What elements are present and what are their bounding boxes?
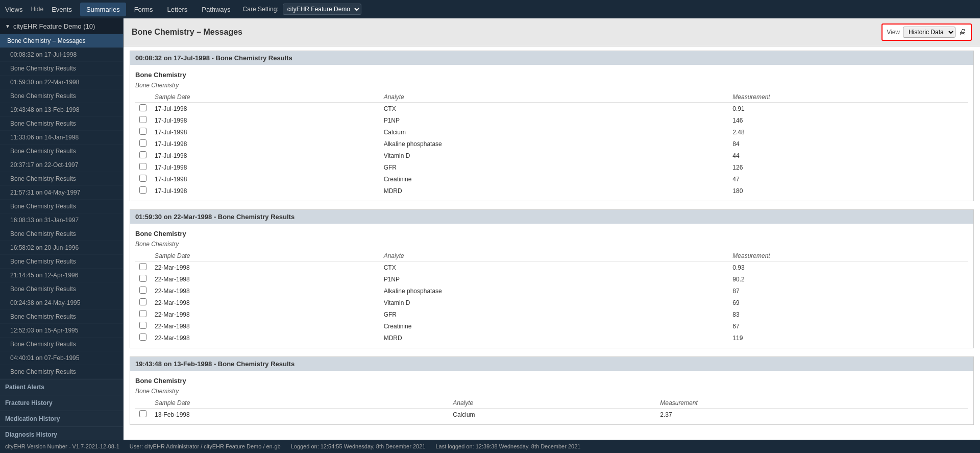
row-checkbox-1-5[interactable] — [135, 320, 151, 332]
row-checkbox-1-4[interactable] — [135, 308, 151, 320]
result-table-3: Sample Date Analyte Measurement 13-Feb-1… — [135, 398, 968, 420]
result-section-2: 01:59:30 on 22-Mar-1998 - Bone Chemistry… — [130, 209, 974, 348]
row-date-0-0: 17-Jul-1998 — [151, 103, 380, 115]
care-setting-select[interactable]: cityEHR Feature Demo — [283, 4, 361, 15]
table-row: 17-Jul-1998 Calcium 2.48 — [135, 126, 968, 138]
result-section-header-2: 01:59:30 on 22-Mar-1998 - Bone Chemistry… — [130, 210, 973, 224]
result-section-1: 00:08:32 on 17-Jul-1998 - Bone Chemistry… — [130, 51, 974, 201]
sidebar-item-time-8[interactable]: 16:58:02 on 20-Jun-1996 — [0, 241, 123, 255]
sidebar-item-bc-results-12[interactable]: Bone Chemistry Results — [0, 365, 123, 379]
nav-item-summaries[interactable]: Summaries — [80, 3, 126, 16]
col-header-analyte-1: Analyte — [380, 92, 729, 103]
col-header-analyte-3: Analyte — [449, 398, 656, 409]
row-measurement-0-6: 47 — [728, 173, 968, 185]
sidebar-category-diagnosis-history[interactable]: Diagnosis History — [0, 426, 123, 440]
result-body-3: Bone Chemistry Bone Chemistry Sample Dat… — [130, 371, 973, 424]
sidebar-item-bc-results-8[interactable]: Bone Chemistry Results — [0, 255, 123, 269]
sidebar-category-fracture-history[interactable]: Fracture History — [0, 395, 123, 411]
row-checkbox-0-6[interactable] — [135, 173, 151, 185]
sidebar-category-patient-alerts[interactable]: Patient Alerts — [0, 379, 123, 395]
row-date-0-6: 17-Jul-1998 — [151, 173, 380, 185]
user-label: User: cityEHR Administrator / cityEHR Fe… — [130, 443, 281, 449]
row-checkbox-0-2[interactable] — [135, 126, 151, 138]
sidebar-item-time-4[interactable]: 11:33:06 on 14-Jan-1998 — [0, 131, 123, 145]
hide-button[interactable]: Hide — [31, 6, 43, 13]
row-date-0-1: 17-Jul-1998 — [151, 114, 380, 126]
row-checkbox-2-0[interactable] — [135, 409, 151, 421]
col-header-cb-2 — [135, 251, 151, 261]
row-checkbox-1-3[interactable] — [135, 297, 151, 308]
row-analyte-0-7: MDRD — [380, 185, 729, 197]
table-row: 22-Mar-1998 MDRD 119 — [135, 332, 968, 344]
sidebar-item-bc-results-10[interactable]: Bone Chemistry Results — [0, 310, 123, 324]
col-header-cb-3 — [135, 398, 151, 409]
table-row: 17-Jul-1998 MDRD 180 — [135, 185, 968, 197]
row-checkbox-0-7[interactable] — [135, 185, 151, 197]
sidebar-item-time-12[interactable]: 04:40:01 on 07-Feb-1995 — [0, 351, 123, 365]
row-date-1-0: 22-Mar-1998 — [151, 261, 380, 274]
result-category-1: Bone Chemistry — [135, 69, 968, 81]
row-checkbox-1-0[interactable] — [135, 261, 151, 274]
row-date-1-3: 22-Mar-1998 — [151, 297, 380, 308]
sidebar-item-bc-results-1[interactable]: Bone Chemistry Results — [0, 62, 123, 76]
nav-item-forms[interactable]: Forms — [128, 3, 159, 16]
col-header-measurement-3: Measurement — [656, 398, 968, 409]
sidebar-item-time-3[interactable]: 19:43:48 on 13-Feb-1998 — [0, 103, 123, 117]
row-measurement-0-1: 146 — [728, 114, 968, 126]
row-analyte-0-2: Calcium — [380, 126, 729, 138]
row-analyte-1-6: MDRD — [380, 332, 729, 344]
sidebar-item-bone-chemistry-messages[interactable]: Bone Chemistry – Messages — [0, 34, 123, 48]
last-logged-label: Last logged on: 12:39:38 Wednesday, 8th … — [435, 443, 580, 449]
row-measurement-0-5: 126 — [728, 161, 968, 173]
sidebar-item-bc-results-9[interactable]: Bone Chemistry Results — [0, 282, 123, 296]
nav-item-letters[interactable]: Letters — [161, 3, 193, 16]
sidebar-category-medication-history[interactable]: Medication History — [0, 411, 123, 426]
sidebar-item-time-5[interactable]: 20:37:17 on 22-Oct-1997 — [0, 158, 123, 172]
row-checkbox-1-1[interactable] — [135, 273, 151, 285]
version-label: cityEHR Version Number - V1.7-2021-12-08… — [5, 443, 119, 449]
row-checkbox-1-2[interactable] — [135, 285, 151, 297]
row-date-1-4: 22-Mar-1998 — [151, 308, 380, 320]
sidebar-item-bc-results-2[interactable]: Bone Chemistry Results — [0, 89, 123, 103]
result-table-1: Sample Date Analyte Measurement 17-Jul-1… — [135, 92, 968, 197]
result-table-2: Sample Date Analyte Measurement 22-Mar-1… — [135, 251, 968, 344]
sidebar-item-bc-results-6[interactable]: Bone Chemistry Results — [0, 200, 123, 213]
sidebar-item-time-1[interactable]: 00:08:32 on 17-Jul-1998 — [0, 48, 123, 62]
row-analyte-1-2: Alkaline phosphatase — [380, 285, 729, 297]
sidebar-item-time-6[interactable]: 21:57:31 on 04-May-1997 — [0, 186, 123, 200]
row-checkbox-0-0[interactable] — [135, 103, 151, 115]
sidebar-item-bc-results-7[interactable]: Bone Chemistry Results — [0, 227, 123, 241]
sidebar-item-time-7[interactable]: 16:08:33 on 31-Jan-1997 — [0, 213, 123, 227]
sidebar-item-bc-results-11[interactable]: Bone Chemistry Results — [0, 338, 123, 351]
row-measurement-0-0: 0.91 — [728, 103, 968, 115]
row-measurement-0-7: 180 — [728, 185, 968, 197]
nav-item-events[interactable]: Events — [45, 3, 78, 16]
row-analyte-0-4: Vitamin D — [380, 150, 729, 161]
chevron-down-icon: ▼ — [5, 23, 10, 29]
row-analyte-0-3: Alkaline phosphatase — [380, 138, 729, 150]
row-checkbox-1-6[interactable] — [135, 332, 151, 344]
table-row: 17-Jul-1998 GFR 126 — [135, 161, 968, 173]
sidebar-item-bc-results-5[interactable]: Bone Chemistry Results — [0, 172, 123, 186]
row-checkbox-0-1[interactable] — [135, 114, 151, 126]
sidebar-item-time-11[interactable]: 12:52:03 on 15-Apr-1995 — [0, 324, 123, 338]
table-row: 22-Mar-1998 P1NP 90.2 — [135, 273, 968, 285]
print-button[interactable]: 🖨 — [959, 28, 967, 37]
view-select[interactable]: Historic Data Current — [903, 27, 955, 38]
row-checkbox-0-3[interactable] — [135, 138, 151, 150]
sidebar-item-time-2[interactable]: 01:59:30 on 22-Mar-1998 — [0, 76, 123, 89]
row-checkbox-0-5[interactable] — [135, 161, 151, 173]
row-analyte-1-4: GFR — [380, 308, 729, 320]
nav-item-pathways[interactable]: Pathways — [195, 3, 236, 16]
result-subcategory-2: Bone Chemistry — [135, 240, 968, 251]
sidebar-item-time-10[interactable]: 00:24:38 on 24-May-1995 — [0, 296, 123, 310]
sidebar-section-header[interactable]: ▼ cityEHR Feature Demo (10) — [0, 18, 123, 34]
row-analyte-1-0: CTX — [380, 261, 729, 274]
sidebar-item-bc-results-4[interactable]: Bone Chemistry Results — [0, 145, 123, 158]
row-checkbox-0-4[interactable] — [135, 150, 151, 161]
main-header: Bone Chemistry – Messages View Historic … — [124, 18, 980, 46]
sidebar-item-bc-results-3[interactable]: Bone Chemistry Results — [0, 117, 123, 131]
views-label: Views — [5, 6, 22, 13]
sidebar-item-time-9[interactable]: 21:14:45 on 12-Apr-1996 — [0, 269, 123, 282]
table-row: 22-Mar-1998 GFR 83 — [135, 308, 968, 320]
